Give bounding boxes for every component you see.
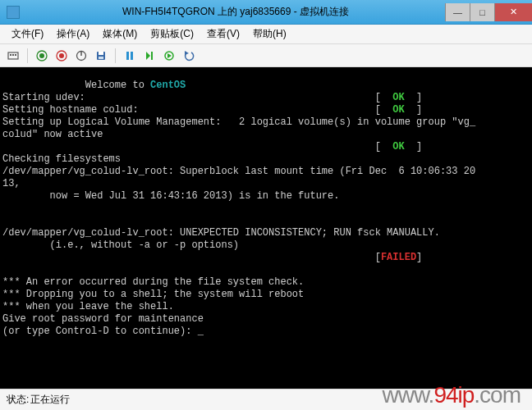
svg-marker-19	[185, 51, 189, 55]
start-button[interactable]	[34, 48, 50, 64]
window-title: WIN-FH5I4TQGRON 上的 yaj6835669 - 虚拟机连接	[26, 5, 445, 19]
console-line: (or type Control-D to continue): _	[2, 326, 204, 337]
console-line	[2, 264, 8, 276]
app-icon	[7, 6, 20, 19]
console-line: [FAILED]	[2, 252, 422, 263]
menu-clipboard[interactable]: 剪贴板(C)	[144, 25, 200, 43]
console-line: Starting udev: [ OK ]	[2, 92, 422, 103]
console-line: Checking filesystems	[2, 153, 121, 165]
svg-point-5	[39, 53, 44, 58]
console-output[interactable]: Welcome to CentOS Starting udev: [ OK ] …	[0, 67, 532, 389]
console-line: *** An error occurred during the file sy…	[2, 276, 304, 288]
menu-view[interactable]: 查看(V)	[200, 25, 246, 43]
menubar: 文件(F) 操作(A) 媒体(M) 剪贴板(C) 查看(V) 帮助(H)	[0, 25, 532, 44]
console-line: colud" now active	[2, 129, 103, 140]
console-line	[2, 203, 8, 214]
revert-button[interactable]	[181, 48, 197, 64]
svg-rect-16	[151, 52, 153, 60]
svg-marker-15	[146, 52, 150, 60]
turnoff-button[interactable]	[53, 48, 70, 64]
console-line: Give root password for maintenance	[2, 313, 204, 325]
svg-marker-18	[167, 53, 172, 58]
console-line: now = Wed Jul 31 16:43:16 2013) is in th…	[2, 190, 339, 202]
svg-rect-11	[99, 52, 103, 55]
console-line: /dev/mapper/vg_colud-lv_root: Superblock…	[2, 166, 475, 177]
console-line: *** when you leave the shell.	[2, 301, 174, 312]
svg-rect-12	[99, 57, 103, 59]
console-line	[2, 215, 8, 226]
menu-action[interactable]: 操作(A)	[50, 25, 96, 43]
ctrl-alt-del-button[interactable]	[5, 48, 21, 64]
console-line: 13,	[2, 178, 21, 189]
svg-rect-1	[10, 54, 11, 56]
reset-button[interactable]	[141, 48, 158, 64]
console-line: *** Dropping you to a shell; the system …	[2, 289, 304, 300]
toolbar	[0, 44, 532, 67]
checkpoint-button[interactable]	[161, 48, 177, 64]
shutdown-button[interactable]	[73, 48, 89, 64]
pause-button[interactable]	[122, 48, 138, 64]
toolbar-separator	[27, 48, 28, 63]
console-line: [ OK ]	[2, 141, 422, 153]
window-titlebar: WIN-FH5I4TQGRON 上的 yaj6835669 - 虚拟机连接 — …	[0, 0, 532, 25]
maximize-button[interactable]: □	[470, 3, 494, 21]
save-button[interactable]	[93, 48, 109, 64]
svg-rect-14	[131, 52, 133, 60]
status-value: 正在运行	[30, 393, 70, 407]
console-line: /dev/mapper/vg_colud-lv_root: UNEXPECTED…	[2, 227, 440, 239]
console-line: (i.e., without -a or -p options)	[2, 239, 239, 251]
toolbar-separator	[115, 48, 116, 63]
cursor: _	[198, 326, 204, 337]
console-line: Welcome to CentOS	[2, 80, 186, 91]
menu-media[interactable]: 媒体(M)	[96, 25, 144, 43]
console-line: Setting up Logical Volume Management: 2 …	[2, 116, 475, 128]
menu-file[interactable]: 文件(F)	[5, 25, 50, 43]
close-button[interactable]: ✕	[494, 3, 532, 21]
console-line: Setting hostname colud: [ OK ]	[2, 104, 422, 116]
minimize-button[interactable]: —	[445, 3, 470, 21]
svg-rect-3	[15, 54, 16, 56]
svg-rect-2	[12, 54, 14, 56]
menu-help[interactable]: 帮助(H)	[246, 25, 293, 43]
status-label: 状态:	[7, 393, 29, 407]
svg-rect-13	[126, 52, 129, 60]
svg-point-7	[59, 53, 64, 58]
window-controls: — □ ✕	[445, 3, 532, 21]
watermark: www.94ip.com	[382, 382, 521, 408]
